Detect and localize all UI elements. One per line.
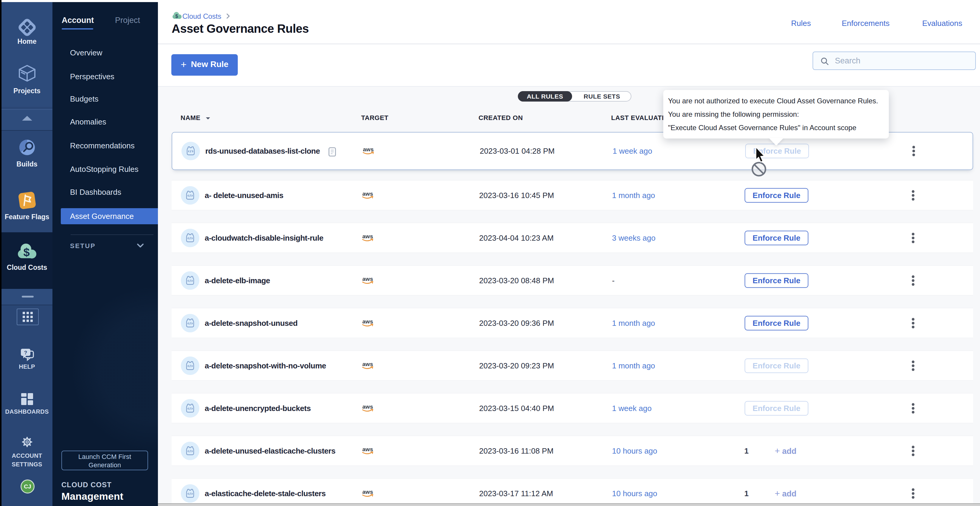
svg-text:aws: aws [362,233,373,240]
svg-text:?: ? [24,350,27,355]
svg-text:aws: aws [362,276,373,282]
svg-text:$: $ [175,14,178,19]
svg-text:aws: aws [362,361,373,367]
svg-text:aws: aws [362,404,373,410]
svg-text:aws: aws [362,190,373,197]
svg-text:$: $ [23,246,30,259]
svg-text:aws: aws [362,489,373,495]
svg-text:aws: aws [363,146,374,152]
svg-text:aws: aws [362,446,373,452]
svg-text:aws: aws [362,318,373,325]
